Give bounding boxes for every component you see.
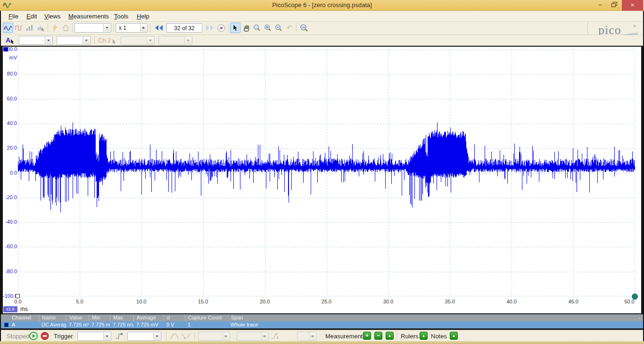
trigger-level-spinner — [198, 332, 230, 341]
x-tick-label: 40.0 — [502, 299, 521, 304]
menu-help[interactable]: Help — [134, 12, 152, 20]
cell-max: 7.725 mV — [110, 321, 133, 328]
rulers-button[interactable]: ▲ — [420, 332, 428, 340]
trigger-marker[interactable] — [632, 294, 638, 300]
marquee-zoom-tool[interactable] — [252, 23, 262, 33]
menu-measurements[interactable]: Measurements — [66, 12, 111, 20]
zoom-in-tool[interactable] — [263, 23, 273, 33]
buffer-position-box[interactable]: 32 of 32 — [166, 23, 202, 33]
channel-a-cursor-icon — [10, 39, 15, 44]
window-title: PicoScope 6 - [zero crossing.psdata] — [0, 1, 644, 8]
trigger-delay-spinner — [297, 332, 317, 341]
double-left-arrow-icon — [154, 25, 164, 31]
x-tick-label: 45.0 — [564, 299, 583, 304]
hand-pan-tool[interactable] — [241, 23, 251, 33]
col-name: Name — [39, 314, 66, 321]
spinner-arrows — [223, 333, 229, 340]
horizontal-zoom-spinner[interactable]: x 1 — [116, 23, 148, 33]
col-sigma: σ — [164, 314, 185, 321]
zoom-out-tool[interactable] — [273, 23, 284, 33]
menu-edit[interactable]: Edit — [24, 12, 39, 20]
cell-value: 7.725 mV — [66, 321, 89, 328]
col-min: Min — [89, 314, 110, 321]
menu-views[interactable]: Views — [42, 12, 63, 20]
cell-span: Whole trace — [228, 321, 643, 328]
buffer-navigator-button[interactable] — [216, 23, 226, 33]
expand-measurements-button[interactable]: ▲ — [386, 332, 394, 340]
zoom-in-icon — [264, 24, 272, 32]
cell-name: DC Average — [39, 321, 66, 328]
channel-a-axis-marker[interactable] — [3, 47, 8, 51]
spinner-arrows[interactable] — [140, 24, 147, 32]
chevron-down-icon — [45, 37, 52, 44]
x-axis-multiplier-badge[interactable]: x1.0 — [3, 306, 17, 312]
col-span: Span — [228, 314, 643, 321]
y-tick-label: -80.0 — [3, 268, 17, 274]
minimize-button[interactable]: – — [593, 0, 607, 10]
chevron-down-icon — [83, 37, 90, 44]
table-collapse-button[interactable]: - — [636, 315, 642, 320]
trigger-edge-icon[interactable] — [115, 332, 124, 340]
add-measurement-button[interactable]: + — [363, 332, 371, 340]
restore-button[interactable] — [607, 0, 621, 10]
stop-icon — [41, 332, 49, 340]
cell-average: 7.725 mV — [133, 321, 164, 328]
x-tick-label: 35.0 — [440, 299, 459, 304]
y-axis-unit: mV — [7, 55, 17, 60]
start-capture-button[interactable] — [29, 332, 38, 340]
scope-view-panel[interactable]: 100.080.060.040.020.00.0-20.0-40.0-60.0-… — [2, 46, 642, 314]
cell-capture-count: 1 — [185, 321, 228, 328]
previous-buffer-button[interactable] — [153, 23, 165, 33]
channel-a-label[interactable]: A — [6, 36, 10, 44]
channel-b-cursor-icon — [112, 39, 117, 44]
home-settings-button — [60, 23, 71, 33]
y-tick-label: 40.0 — [3, 120, 17, 126]
menu-file[interactable]: File — [6, 12, 21, 20]
registered-mark: ® — [633, 24, 636, 28]
waveform-canvas[interactable] — [18, 50, 635, 296]
main-toolbar: x 1 32 of 32 — [1, 22, 643, 35]
close-button[interactable]: × — [622, 0, 643, 11]
channel-b-range-dropdown — [121, 36, 155, 45]
notes-button[interactable]: ▲ — [450, 332, 458, 340]
axis-scale-handle[interactable] — [16, 294, 20, 298]
x-tick-label: 5.0 — [70, 299, 89, 304]
buffer-position-value: 32 of 32 — [167, 24, 202, 33]
remove-measurement-button[interactable]: − — [374, 332, 382, 340]
notes-label: Notes — [431, 333, 447, 340]
channel-a-range-dropdown[interactable] — [19, 36, 53, 45]
x-tick-label: 0.0 — [8, 299, 27, 304]
col-average: Average — [133, 314, 164, 321]
toolbar-separator — [113, 23, 114, 33]
trigger-mode-dropdown[interactable] — [77, 332, 111, 341]
zoom-100-icon: 100 — [300, 24, 308, 32]
normal-selection-tool[interactable] — [230, 23, 240, 33]
x-tick-label: 25.0 — [317, 299, 336, 304]
menu-tools[interactable]: Tools — [112, 12, 131, 20]
measurement-row[interactable]: A DC Average 7.725 mV 7.725 mV 7.725 mV … — [1, 321, 643, 328]
zoom-marquee-icon — [253, 24, 261, 32]
channel-a-coupling-dropdown[interactable] — [57, 36, 91, 45]
col-capture-count: Capture Count — [185, 314, 228, 321]
play-icon — [29, 332, 38, 340]
x-tick-label: 20.0 — [256, 299, 274, 304]
compass-icon — [217, 24, 225, 32]
zoom-to-full-button[interactable]: 100 — [298, 23, 310, 33]
falling-edge-icon — [181, 332, 190, 340]
y-tick-label: -60.0 — [3, 243, 17, 249]
spectrum-view-icon — [26, 25, 33, 31]
stop-capture-button[interactable] — [41, 332, 49, 340]
rulers-label: Rulers — [401, 333, 419, 340]
timebase-dropdown[interactable] — [74, 23, 111, 33]
picoscope-window: PicoScope 6 - [zero crossing.psdata] – ×… — [0, 0, 644, 344]
spinner-arrows — [261, 333, 268, 340]
channel-b-label: Ch 2 — [98, 37, 111, 44]
measurements-header-row: Channel Name Value Min Max Average σ Cap… — [1, 314, 643, 321]
capture-state-label: Stopped — [7, 333, 29, 340]
scope-view-button[interactable] — [3, 23, 13, 33]
window-bottom-edge — [0, 341, 644, 344]
lightning-icon — [51, 25, 58, 32]
rising-edge-icon — [170, 332, 179, 340]
trigger-source-dropdown[interactable] — [127, 332, 161, 341]
cursor-arrow-icon — [232, 24, 239, 32]
